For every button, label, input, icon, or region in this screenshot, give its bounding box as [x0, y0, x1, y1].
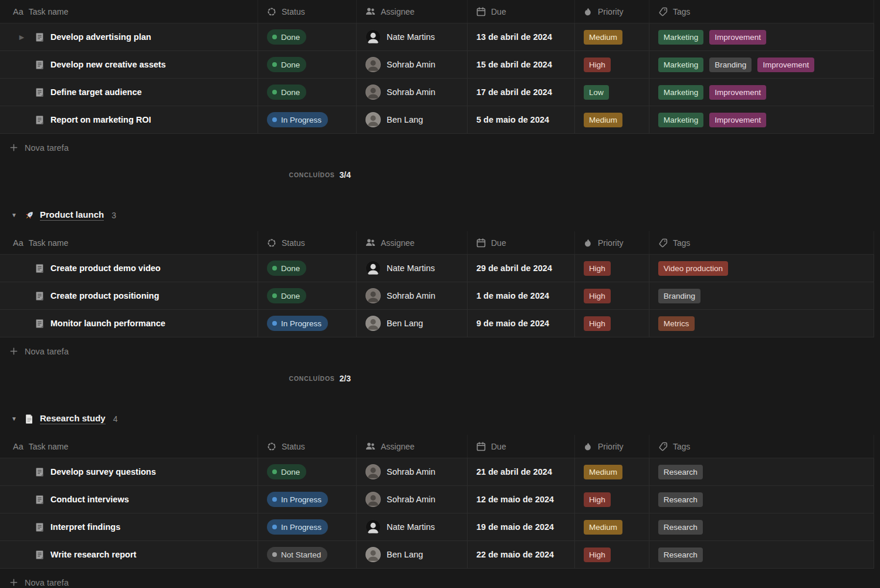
tags-cell[interactable]: Video production [649, 255, 874, 282]
tags-cell[interactable]: Branding [649, 282, 874, 309]
new-task-button[interactable]: Nova tarefa [0, 569, 874, 588]
column-header-due[interactable]: Due [468, 0, 575, 23]
due-cell[interactable]: 19 de maio de 2024 [468, 513, 575, 540]
assignee-cell[interactable]: Ben Lang [357, 106, 468, 133]
collapse-toggle-icon[interactable]: ▼ [8, 212, 20, 218]
assignee-cell[interactable]: Ben Lang [357, 310, 468, 337]
task-name-cell[interactable]: Interpret findings [0, 513, 258, 540]
status-cell[interactable]: Done [258, 51, 357, 78]
assignee-cell[interactable]: Sohrab Amin [357, 79, 468, 106]
column-header-status[interactable]: Status [258, 231, 357, 254]
status-cell[interactable]: In Progress [258, 513, 357, 540]
column-header-task[interactable]: AaTask name [0, 231, 258, 254]
due-date: 13 de abril de 2024 [476, 32, 552, 42]
tags-cell[interactable]: Research [649, 541, 874, 568]
due-cell[interactable]: 12 de maio de 2024 [468, 486, 575, 513]
new-task-button[interactable]: Nova tarefa [0, 134, 874, 161]
assignee-cell[interactable]: Nate Martins [357, 513, 468, 540]
status-label: Done [281, 468, 300, 477]
column-header-tags[interactable]: Tags [649, 435, 874, 458]
column-header-assignee[interactable]: Assignee [357, 231, 468, 254]
column-header-due[interactable]: Due [468, 231, 575, 254]
completed-aggregate[interactable]: CONCLUÍDOS3/4 [258, 161, 357, 188]
task-name-cell[interactable]: Conduct interviews [0, 486, 258, 513]
tags-cell[interactable]: Research [649, 458, 874, 485]
status-cell[interactable]: Done [258, 23, 357, 50]
priority-cell[interactable]: High [575, 51, 649, 78]
priority-cell[interactable]: High [575, 282, 649, 309]
column-header-status[interactable]: Status [258, 0, 357, 23]
column-header-priority[interactable]: Priority [575, 435, 649, 458]
priority-cell[interactable]: High [575, 310, 649, 337]
expand-toggle-icon[interactable]: ▶ [9, 33, 35, 41]
task-name-cell[interactable]: Report on marketing ROI [0, 106, 258, 133]
priority-cell[interactable]: High [575, 486, 649, 513]
due-cell[interactable]: 21 de abril de 2024 [468, 458, 575, 485]
due-cell[interactable]: 9 de maio de 2024 [468, 310, 575, 337]
due-cell[interactable]: 5 de maio de 2024 [468, 106, 575, 133]
assignee-cell[interactable]: Sohrab Amin [357, 51, 468, 78]
group-title[interactable]: Product launch [40, 209, 104, 221]
task-name-cell[interactable]: ▶Develop advertising plan [0, 23, 258, 50]
completed-aggregate[interactable]: CONCLUÍDOS2/3 [258, 365, 357, 392]
priority-cell[interactable]: Medium [575, 23, 649, 50]
tags-cell[interactable]: Metrics [649, 310, 874, 337]
status-label: Done [281, 292, 300, 300]
plus-icon [9, 578, 18, 587]
column-header-tags[interactable]: Tags [649, 0, 874, 23]
assignee-cell[interactable]: Ben Lang [357, 541, 468, 568]
status-cell[interactable]: Done [258, 255, 357, 282]
new-task-button[interactable]: Nova tarefa [0, 337, 874, 365]
column-header-tags[interactable]: Tags [649, 231, 874, 254]
column-header-due[interactable]: Due [468, 435, 575, 458]
tags-cell[interactable]: Research [649, 486, 874, 513]
due-cell[interactable]: 29 de abril de 2024 [468, 255, 575, 282]
task-name-cell[interactable]: Define target audience [0, 79, 258, 106]
status-cell[interactable]: In Progress [258, 310, 357, 337]
task-name-cell[interactable]: Monitor launch performance [0, 310, 258, 337]
column-header-task[interactable]: AaTask name [0, 0, 258, 23]
group-header: ▼Research study4 [0, 413, 880, 424]
status-cell[interactable]: Done [258, 79, 357, 106]
priority-cell[interactable]: Medium [575, 106, 649, 133]
status-cell[interactable]: Done [258, 282, 357, 309]
column-header-task[interactable]: AaTask name [0, 435, 258, 458]
assignee-cell[interactable]: Sohrab Amin [357, 458, 468, 485]
column-header-status[interactable]: Status [258, 435, 357, 458]
column-header-priority[interactable]: Priority [575, 231, 649, 254]
due-cell[interactable]: 15 de abril de 2024 [468, 51, 575, 78]
priority-cell[interactable]: Medium [575, 458, 649, 485]
tags-cell[interactable]: MarketingImprovement [649, 23, 874, 50]
due-cell[interactable]: 17 de abril de 2024 [468, 79, 575, 106]
priority-cell[interactable]: High [575, 255, 649, 282]
assignee-cell[interactable]: Sohrab Amin [357, 486, 468, 513]
task-name-cell[interactable]: Develop survey questions [0, 458, 258, 485]
status-cell[interactable]: Done [258, 458, 357, 485]
assignee-cell[interactable]: Sohrab Amin [357, 282, 468, 309]
due-cell[interactable]: 13 de abril de 2024 [468, 23, 575, 50]
column-header-assignee[interactable]: Assignee [357, 435, 468, 458]
task-name-cell[interactable]: Develop new creative assets [0, 51, 258, 78]
status-cell[interactable]: In Progress [258, 106, 357, 133]
tags-cell[interactable]: Research [649, 513, 874, 540]
assignee-cell[interactable]: Nate Martins [357, 23, 468, 50]
task-name-cell[interactable]: Create product demo video [0, 255, 258, 282]
due-cell[interactable]: 1 de maio de 2024 [468, 282, 575, 309]
collapse-toggle-icon[interactable]: ▼ [8, 415, 20, 422]
priority-cell[interactable]: High [575, 541, 649, 568]
column-header-assignee[interactable]: Assignee [357, 0, 468, 23]
task-name-cell[interactable]: Create product positioning [0, 282, 258, 309]
priority-cell[interactable]: Low [575, 79, 649, 106]
status-cell[interactable]: In Progress [258, 486, 357, 513]
tags-cell[interactable]: MarketingImprovement [649, 106, 874, 133]
priority-cell[interactable]: Medium [575, 513, 649, 540]
tags-cell[interactable]: MarketingBrandingImprovement [649, 51, 874, 78]
status-cell[interactable]: Not Started [258, 541, 357, 568]
tags-cell[interactable]: MarketingImprovement [649, 79, 874, 106]
group-title[interactable]: Research study [40, 413, 106, 424]
column-header-priority[interactable]: Priority [575, 0, 649, 23]
task-name-cell[interactable]: Write research report [0, 541, 258, 568]
assignee-cell[interactable]: Nate Martins [357, 255, 468, 282]
due-cell[interactable]: 22 de maio de 2024 [468, 541, 575, 568]
task-title: Develop survey questions [50, 467, 156, 477]
